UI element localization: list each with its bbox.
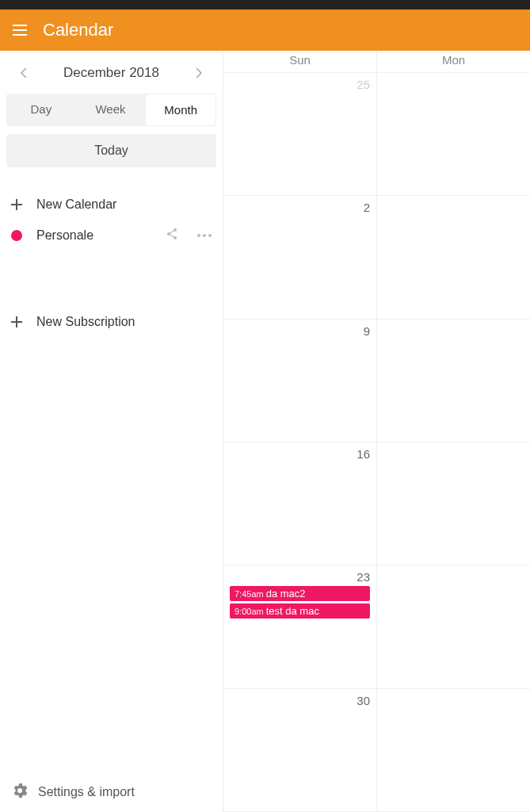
event-time: 7:45am xyxy=(234,589,264,599)
day-number: 25 xyxy=(230,78,370,91)
day-cell[interactable]: 16 xyxy=(223,442,377,565)
new-subscription-button[interactable]: New Subscription xyxy=(6,307,216,337)
gear-icon xyxy=(13,783,27,801)
menu-icon[interactable] xyxy=(13,25,27,36)
top-black-bar xyxy=(0,0,530,10)
new-calendar-label: New Calendar xyxy=(36,197,116,212)
day-number: 9 xyxy=(230,324,370,338)
day-cell[interactable]: 237:45amda mac29:00amtest da mac xyxy=(223,565,377,688)
view-week-button[interactable]: Week xyxy=(76,94,146,126)
prev-month-button[interactable] xyxy=(14,63,33,82)
month-navigation: December 2018 xyxy=(6,59,216,94)
plus-icon xyxy=(11,199,22,210)
day-cell[interactable]: 2 xyxy=(223,196,377,318)
day-header: Sun xyxy=(223,51,377,72)
sidebar: December 2018 Day Week Month Today New C… xyxy=(0,51,223,812)
calendar-event[interactable]: 7:45amda mac2 xyxy=(230,586,370,601)
app-title: Calendar xyxy=(43,20,113,40)
settings-label: Settings & import xyxy=(38,785,135,799)
app-header: Calendar xyxy=(0,10,530,51)
calendar-color-dot[interactable] xyxy=(11,230,22,241)
day-cell[interactable]: 25 xyxy=(223,73,377,195)
day-header: Mon xyxy=(377,51,530,72)
event-title: da mac2 xyxy=(266,588,306,599)
day-cell[interactable] xyxy=(377,320,530,442)
calendar-event[interactable]: 9:00amtest da mac xyxy=(230,603,370,619)
day-cell[interactable] xyxy=(377,73,530,195)
share-icon[interactable] xyxy=(166,228,178,243)
plus-icon xyxy=(11,316,22,327)
event-title: test da mac xyxy=(266,605,319,617)
new-calendar-button[interactable]: New Calendar xyxy=(6,190,216,220)
view-day-button[interactable]: Day xyxy=(6,94,76,126)
event-time: 9:00am xyxy=(234,607,264,616)
day-number: 16 xyxy=(230,447,370,461)
day-number: 2 xyxy=(230,201,370,214)
view-toggle: Day Week Month xyxy=(6,94,216,126)
day-cell[interactable] xyxy=(377,689,530,811)
day-cell[interactable]: 9 xyxy=(223,320,377,442)
day-number: 30 xyxy=(230,694,370,707)
day-number: 23 xyxy=(230,570,370,584)
day-cell[interactable]: 30 xyxy=(223,689,377,811)
calendar-grid: SunMon 252916237:45amda mac29:00amtest d… xyxy=(223,51,530,812)
view-month-button[interactable]: Month xyxy=(145,94,216,126)
today-button[interactable]: Today xyxy=(6,134,216,167)
more-icon[interactable] xyxy=(197,234,212,237)
day-cell[interactable] xyxy=(377,196,530,318)
settings-button[interactable]: Settings & import xyxy=(0,772,223,812)
next-month-button[interactable] xyxy=(189,63,208,82)
calendar-name[interactable]: Personale xyxy=(36,228,147,243)
day-cell[interactable] xyxy=(377,565,530,688)
month-label: December 2018 xyxy=(63,65,159,81)
new-subscription-label: New Subscription xyxy=(36,315,135,329)
calendar-item: Personale xyxy=(6,220,216,251)
day-cell[interactable] xyxy=(377,442,530,565)
